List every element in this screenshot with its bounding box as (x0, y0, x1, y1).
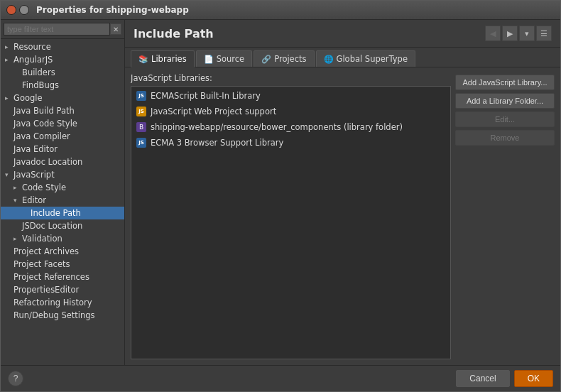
sidebar-item-include-path[interactable]: Include Path (1, 207, 124, 219)
sidebar-item-resource[interactable]: ▸Resource (1, 40, 124, 53)
dialog-title: Properties for shipping-webapp (36, 5, 189, 15)
sidebar-item-project-facets[interactable]: Project Facets (1, 258, 124, 271)
tab-source[interactable]: 📄Source (196, 50, 253, 67)
sidebar-item-run-debug-settings[interactable]: Run/Debug Settings (1, 309, 124, 322)
tab-icon-projects: 🔗 (261, 54, 271, 64)
panel-title: Include Path (134, 27, 214, 40)
back-button[interactable]: ◀ (485, 26, 501, 41)
sidebar-label-builders: Builders (22, 67, 55, 77)
sidebar-label-java-compiler: Java Compiler (13, 131, 70, 141)
sidebar-label-js-editor: Editor (22, 195, 46, 205)
sidebar-item-javascript[interactable]: ▾JavaScript (1, 168, 124, 181)
sidebar-tree: ▸Resource▸AngularJS Builders FindBugs▸Go… (1, 39, 124, 365)
tab-icon-source: 📄 (204, 54, 214, 64)
tab-label-projects: Projects (274, 54, 306, 64)
sidebar-item-google[interactable]: ▸Google (1, 92, 124, 104)
close-button[interactable] (6, 5, 16, 15)
lib-item-js-web-project[interactable]: JSJavaScript Web Project support (131, 104, 450, 119)
sidebar-label-javadoc-location: Javadoc Location (13, 157, 82, 167)
sidebar-item-js-editor[interactable]: ▾Editor (1, 194, 124, 207)
sidebar-item-javadoc-location[interactable]: Javadoc Location (1, 156, 124, 168)
sidebar-item-project-references[interactable]: Project References (1, 271, 124, 283)
sidebar-label-refactoring-history: Refactoring History (13, 298, 92, 307)
sidebar-item-java-build-path[interactable]: Java Build Path (1, 104, 124, 117)
sidebar-label-include-path: Include Path (31, 208, 81, 218)
lib-icon-js-web-project: JS (136, 106, 147, 117)
lib-label-js-web-project: JavaScript Web Project support (151, 107, 276, 116)
tab-label-global-supertype: Global SuperType (337, 54, 408, 64)
panel-body: JavaScript Libraries: JSECMAScript Built… (125, 67, 560, 365)
expand-arrow-js-editor: ▾ (13, 197, 21, 204)
sidebar-item-jsdoc-location[interactable]: JSDoc Location (1, 219, 124, 232)
sidebar-item-properties-editor[interactable]: PropertiesEditor (1, 283, 124, 296)
libraries-label: JavaScript Libraries: (131, 73, 451, 83)
sidebar-label-project-references: Project References (13, 272, 89, 282)
sidebar-item-builders[interactable]: Builders (1, 66, 124, 79)
nav-arrows: ◀ ▶ ▾ ☰ (485, 26, 552, 41)
libraries-list[interactable]: JSECMAScript Built-In LibraryJSJavaScrip… (131, 86, 451, 359)
add-library-folder-button[interactable]: Add a Library Folder... (455, 93, 555, 109)
sidebar-label-project-archives: Project Archives (13, 246, 79, 256)
expand-arrow-resource: ▸ (5, 43, 12, 50)
lib-label-ecma3-browser: ECMA 3 Browser Support Library (151, 138, 283, 148)
sidebar-label-js-code-style: Code Style (22, 183, 66, 192)
forward-button[interactable]: ▶ (502, 26, 518, 41)
lib-icon-ecma3-browser: JS (136, 137, 147, 148)
minimize-button[interactable] (19, 5, 29, 15)
expand-arrow-js-code-style: ▸ (13, 184, 21, 191)
lib-item-ecma3-browser[interactable]: JSECMA 3 Browser Support Library (131, 135, 450, 151)
sidebar: ✕ ▸Resource▸AngularJS Builders FindBugs▸… (1, 20, 125, 365)
sidebar-label-run-debug-settings: Run/Debug Settings (13, 310, 95, 320)
expand-arrow-javascript: ▾ (5, 171, 12, 178)
action-buttons: Add JavaScript Library... Add a Library … (455, 73, 555, 359)
panel-header: Include Path ◀ ▶ ▾ ☰ (125, 20, 560, 48)
add-js-library-button[interactable]: Add JavaScript Library... (455, 75, 555, 90)
cancel-button[interactable]: Cancel (456, 370, 509, 387)
sidebar-label-java-code-style: Java Code Style (13, 119, 77, 129)
sidebar-label-properties-editor: PropertiesEditor (13, 285, 79, 295)
tab-projects[interactable]: 🔗Projects (254, 50, 314, 67)
sidebar-item-refactoring-history[interactable]: Refactoring History (1, 296, 124, 309)
menu-button[interactable]: ☰ (536, 26, 552, 41)
sidebar-label-jsdoc-location: JSDoc Location (22, 221, 82, 231)
expand-arrow-validation: ▸ (13, 235, 21, 242)
tab-label-libraries: Libraries (151, 54, 187, 64)
sidebar-item-validation[interactable]: ▸Validation (1, 232, 124, 245)
sidebar-item-java-compiler[interactable]: Java Compiler (1, 130, 124, 143)
sidebar-item-findbugs[interactable]: FindBugs (1, 79, 124, 92)
sidebar-item-project-archives[interactable]: Project Archives (1, 245, 124, 258)
filter-input[interactable] (4, 23, 110, 36)
ok-button[interactable]: OK (514, 370, 553, 387)
sidebar-item-java-editor[interactable]: Java Editor (1, 143, 124, 156)
lib-icon-ecmascript-builtin: JS (136, 90, 147, 102)
main-content: ✕ ▸Resource▸AngularJS Builders FindBugs▸… (1, 20, 560, 365)
help-button[interactable]: ? (8, 371, 23, 386)
sidebar-item-java-code-style[interactable]: Java Code Style (1, 117, 124, 130)
title-bar-buttons (6, 5, 29, 15)
tab-global-supertype[interactable]: 🌐Global SuperType (316, 50, 415, 67)
dropdown-button[interactable]: ▾ (519, 26, 535, 41)
right-panel: Include Path ◀ ▶ ▾ ☰ 📚Libraries📄Source🔗P… (125, 20, 560, 365)
sidebar-label-project-facets: Project Facets (13, 259, 70, 269)
sidebar-label-java-editor: Java Editor (13, 144, 58, 154)
sidebar-item-angularjs[interactable]: ▸AngularJS (1, 53, 124, 66)
bottom-bar: ? Cancel OK (1, 365, 560, 391)
lib-item-bower-components[interactable]: Bshipping-webapp/resource/bower_componen… (131, 119, 450, 135)
tab-label-source: Source (217, 54, 245, 64)
remove-button[interactable]: Remove (455, 130, 555, 146)
libraries-section: JavaScript Libraries: JSECMAScript Built… (131, 73, 451, 359)
sidebar-label-findbugs: FindBugs (22, 80, 59, 90)
lib-icon-bower-components: B (136, 121, 147, 133)
expand-arrow-google: ▸ (5, 94, 12, 102)
sidebar-label-angularjs: AngularJS (13, 55, 53, 65)
title-bar: Properties for shipping-webapp (1, 1, 560, 20)
tab-icon-global-supertype: 🌐 (324, 54, 334, 64)
filter-clear-button[interactable]: ✕ (110, 23, 121, 35)
sidebar-label-resource: Resource (13, 42, 51, 52)
edit-button[interactable]: Edit... (455, 111, 555, 127)
filter-bar: ✕ (1, 20, 124, 39)
lib-item-ecmascript-builtin[interactable]: JSECMAScript Built-In Library (131, 88, 450, 104)
tab-libraries[interactable]: 📚Libraries (131, 50, 195, 67)
sidebar-item-js-code-style[interactable]: ▸Code Style (1, 181, 124, 194)
tab-icon-libraries: 📚 (138, 54, 148, 64)
